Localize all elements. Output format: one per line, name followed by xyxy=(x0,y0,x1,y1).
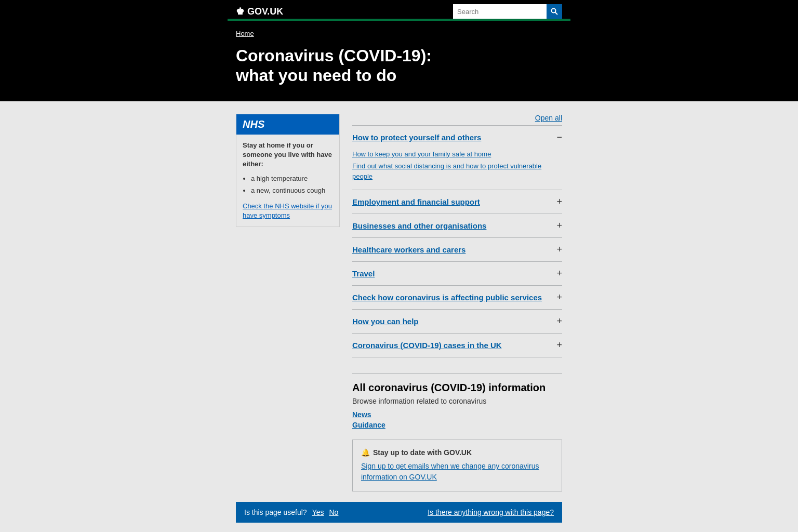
govuk-logo: ♚ GOV.UK xyxy=(236,6,283,17)
content-grid: NHS Stay at home if you or someone you l… xyxy=(236,114,562,492)
all-covid-guidance-link[interactable]: Guidance xyxy=(352,421,562,429)
accordion-title-public-services: Check how coronavirus is affecting publi… xyxy=(352,293,542,302)
accordion-header-healthcare[interactable]: Healthcare workers and carers + xyxy=(352,238,562,261)
stay-updated-box: 🔔 Stay up to date with GOV.UK Sign up to… xyxy=(352,440,562,491)
all-covid-desc: Browse information related to coronaviru… xyxy=(352,397,562,405)
open-all-button[interactable]: Open all xyxy=(535,114,562,122)
nhs-symptoms-list: a high temperature a new, continuous cou… xyxy=(251,174,333,195)
nhs-box: NHS Stay at home if you or someone you l… xyxy=(236,114,340,227)
feedback-wrong-link[interactable]: Is there anything wrong with this page? xyxy=(428,508,554,516)
search-input[interactable] xyxy=(453,4,547,19)
search-button[interactable] xyxy=(547,4,562,19)
accordion-item-travel: Travel + xyxy=(352,262,562,286)
accordion-header-cases[interactable]: Coronavirus (COVID-19) cases in the UK + xyxy=(352,334,562,357)
breadcrumb: Home xyxy=(236,29,562,37)
accordion-header-public-services[interactable]: Check how coronavirus is affecting publi… xyxy=(352,286,562,309)
green-divider xyxy=(228,19,570,21)
accordion-icon-employment: + xyxy=(556,196,562,207)
accordion-icon-help: + xyxy=(556,316,562,327)
all-covid-title: All coronavirus (COVID-19) information xyxy=(352,382,562,394)
feedback-question: Is this page useful? xyxy=(244,508,307,516)
accordion-header-travel[interactable]: Travel + xyxy=(352,262,562,285)
search-form xyxy=(453,4,562,19)
protect-link-1[interactable]: How to keep you and your family safe at … xyxy=(352,149,562,159)
accordion: Open all How to protect yourself and oth… xyxy=(352,114,562,492)
accordion-item-cases: Coronavirus (COVID-19) cases in the UK + xyxy=(352,334,562,357)
govuk-logo-text: GOV.UK xyxy=(247,6,283,17)
stay-updated-title: 🔔 Stay up to date with GOV.UK xyxy=(361,448,553,457)
main-content: NHS Stay at home if you or someone you l… xyxy=(0,101,798,532)
accordion-body-protect: How to keep you and your family safe at … xyxy=(352,149,562,190)
all-covid-section: All coronavirus (COVID-19) information B… xyxy=(352,373,562,429)
accordion-item-employment: Employment and financial support + xyxy=(352,190,562,214)
symptom-2: a new, continuous cough xyxy=(251,186,333,195)
accordion-icon-healthcare: + xyxy=(556,244,562,255)
accordion-header-businesses[interactable]: Businesses and other organisations + xyxy=(352,214,562,237)
accordion-title-cases: Coronavirus (COVID-19) cases in the UK xyxy=(352,341,502,350)
accordion-icon-businesses: + xyxy=(556,220,562,231)
nhs-check-link[interactable]: Check the NHS website if you have sympto… xyxy=(243,202,332,219)
accordion-header-protect[interactable]: How to protect yourself and others − xyxy=(352,126,562,149)
accordion-icon-travel: + xyxy=(556,268,562,279)
accordion-title-protect: How to protect yourself and others xyxy=(352,133,481,142)
site-header: ♚ GOV.UK xyxy=(0,0,798,25)
breadcrumb-home[interactable]: Home xyxy=(236,30,254,37)
accordion-item-help: How you can help + xyxy=(352,310,562,334)
nhs-label: NHS xyxy=(243,118,264,130)
feedback-yes-button[interactable]: Yes xyxy=(312,508,324,516)
page-wrapper: ♚ GOV.UK Home Coronavirus (COVID-1 xyxy=(0,0,798,532)
feedback-no-button[interactable]: No xyxy=(329,508,338,516)
accordion-item-healthcare: Healthcare workers and carers + xyxy=(352,238,562,262)
accordion-title-travel: Travel xyxy=(352,269,375,278)
accordion-item-public-services: Check how coronavirus is affecting publi… xyxy=(352,286,562,310)
accordion-title-businesses: Businesses and other organisations xyxy=(352,221,486,230)
accordion-item-protect: How to protect yourself and others − How… xyxy=(352,126,562,191)
open-all-bar: Open all xyxy=(352,114,562,126)
accordion-title-healthcare: Healthcare workers and carers xyxy=(352,245,466,254)
accordion-header-help[interactable]: How you can help + xyxy=(352,310,562,333)
all-covid-links: News Guidance xyxy=(352,410,562,429)
symptom-1: a high temperature xyxy=(251,174,333,183)
hero-section: Home Coronavirus (COVID-19): what you ne… xyxy=(0,25,798,101)
accordion-title-employment: Employment and financial support xyxy=(352,197,480,206)
accordion-icon-public-services: + xyxy=(556,292,562,303)
accordion-icon-cases: + xyxy=(556,340,562,351)
all-covid-news-link[interactable]: News xyxy=(352,410,562,419)
nhs-stay-home-text: Stay at home if you or someone you live … xyxy=(243,141,333,169)
crown-icon: ♚ xyxy=(236,6,244,17)
stay-updated-link[interactable]: Sign up to get emails when we change any… xyxy=(361,462,539,481)
bell-icon: 🔔 xyxy=(361,448,370,457)
nhs-header: NHS xyxy=(236,114,339,135)
feedback-bar: Is this page useful? Yes No Is there any… xyxy=(236,502,562,523)
accordion-header-employment[interactable]: Employment and financial support + xyxy=(352,190,562,214)
page-title: Coronavirus (COVID-19): what you need to… xyxy=(236,46,562,86)
accordion-item-businesses: Businesses and other organisations + xyxy=(352,214,562,238)
search-icon xyxy=(551,8,558,15)
nhs-content: Stay at home if you or someone you live … xyxy=(236,135,339,227)
feedback-right: Is there anything wrong with this page? xyxy=(428,508,554,516)
svg-line-1 xyxy=(555,12,558,15)
feedback-left: Is this page useful? Yes No xyxy=(244,508,338,516)
svg-point-0 xyxy=(552,9,556,13)
accordion-icon-protect: − xyxy=(556,132,562,143)
protect-link-2[interactable]: Find out what social distancing is and h… xyxy=(352,161,562,181)
accordion-title-help: How you can help xyxy=(352,317,419,326)
